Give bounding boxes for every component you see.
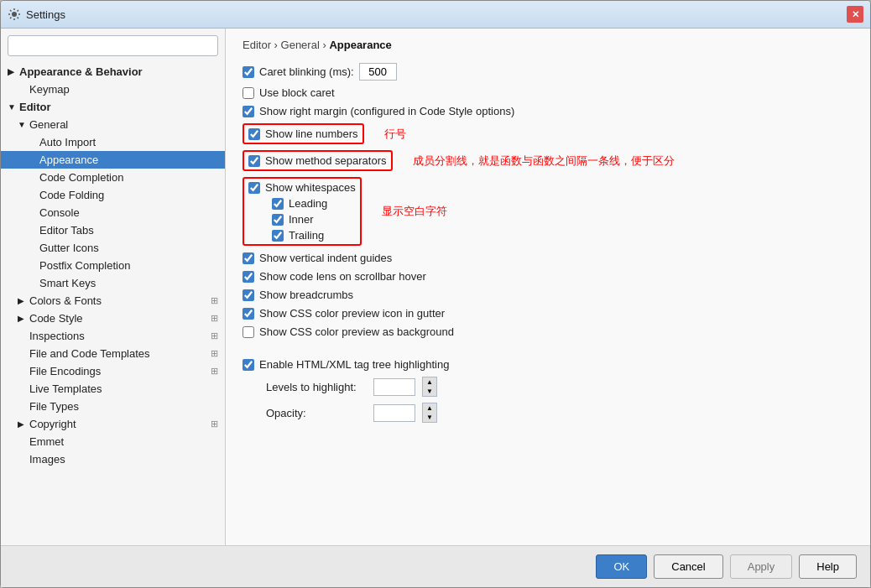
show-line-numbers-row: Show line numbers 行号 <box>243 123 853 144</box>
apply-button[interactable]: Apply <box>730 554 793 579</box>
sidebar-item-general[interactable]: ▼ General <box>1 116 225 133</box>
opacity-up-button[interactable]: ▲ <box>423 403 436 413</box>
caret-blinking-row: Caret blinking (ms): 500 <box>243 63 853 81</box>
window-title: Settings <box>26 8 65 21</box>
main-panel: Editor › General › Appearance Caret blin… <box>226 29 870 545</box>
opacity-down-button[interactable]: ▼ <box>423 413 436 422</box>
ext-icon: ⊞ <box>211 366 218 377</box>
ext-icon: ⊞ <box>211 313 218 324</box>
method-sep-outlined: Show method separators <box>243 150 393 171</box>
ok-button[interactable]: OK <box>596 554 647 579</box>
leading-label: Leading <box>289 197 327 210</box>
sidebar-item-editor-tabs[interactable]: Editor Tabs <box>1 221 225 239</box>
title-bar-left: Settings <box>8 8 65 21</box>
show-code-lens-checkbox[interactable] <box>243 271 254 283</box>
show-vertical-indent-checkbox[interactable] <box>243 252 254 264</box>
sidebar-item-keymap[interactable]: Keymap <box>1 81 225 98</box>
enable-html-tag-row: Enable HTML/XML tag tree highlighting <box>243 358 853 371</box>
sidebar-item-console[interactable]: Console <box>1 204 225 221</box>
sidebar-item-colors-fonts[interactable]: ▶ Colors & Fonts ⊞ <box>1 292 225 310</box>
title-bar: Settings ✕ <box>1 1 870 29</box>
sidebar-item-copyright[interactable]: ▶ Copyright ⊞ <box>1 415 225 433</box>
show-css-color-bg-label: Show CSS color preview as background <box>259 325 454 338</box>
arrow-icon: ▶ <box>18 314 26 323</box>
arrow-icon: ▶ <box>18 419 26 429</box>
opacity-label: Opacity: <box>266 407 367 419</box>
show-method-separators-label: Show method separators <box>265 154 387 167</box>
sidebar-item-gutter-icons[interactable]: Gutter Icons <box>1 239 225 257</box>
show-right-margin-checkbox[interactable] <box>243 106 254 117</box>
show-css-color-bg-checkbox[interactable] <box>243 326 254 338</box>
sidebar-label: Images <box>29 453 65 466</box>
sidebar-item-live-templates[interactable]: Live Templates <box>1 380 225 398</box>
sidebar-label: Console <box>39 206 80 219</box>
sidebar-item-images[interactable]: Images <box>1 450 225 468</box>
sidebar-item-auto-import[interactable]: Auto Import <box>1 133 225 151</box>
levels-row: Levels to highlight: 6 ▲ ▼ <box>243 377 853 397</box>
help-button[interactable]: Help <box>799 554 857 579</box>
breadcrumb-general: General <box>281 39 320 51</box>
sidebar-item-file-types[interactable]: File Types <box>1 398 225 415</box>
levels-label: Levels to highlight: <box>266 381 367 393</box>
use-block-caret-label: Use block caret <box>259 86 335 99</box>
opacity-row: Opacity: 0.1 ▲ ▼ <box>243 403 853 423</box>
sidebar-item-code-style[interactable]: ▶ Code Style ⊞ <box>1 310 225 327</box>
sidebar-item-emmet[interactable]: Emmet <box>1 433 225 450</box>
use-block-caret-checkbox[interactable] <box>243 87 254 99</box>
sidebar-item-file-code-templates[interactable]: File and Code Templates ⊞ <box>1 345 225 362</box>
arrow-icon: ▼ <box>8 102 16 112</box>
sidebar-label: File Types <box>29 400 79 413</box>
show-vertical-indent-label: Show vertical indent guides <box>259 252 392 264</box>
leading-check-row: Leading <box>248 197 356 210</box>
sidebar-item-inspections[interactable]: Inspections ⊞ <box>1 327 225 345</box>
show-right-margin-label: Show right margin (configured in Code St… <box>259 105 514 117</box>
levels-up-button[interactable]: ▲ <box>423 377 436 387</box>
sidebar-label: File Encodings <box>29 365 101 377</box>
search-input[interactable] <box>8 35 218 56</box>
trailing-checkbox[interactable] <box>272 230 284 242</box>
levels-input[interactable]: 6 <box>373 378 415 396</box>
whitespaces-outlined: Show whitespaces Leading Inner <box>243 177 362 246</box>
sidebar-item-file-encodings[interactable]: File Encodings ⊞ <box>1 362 225 380</box>
ext-icon: ⊞ <box>211 419 218 429</box>
show-line-numbers-checkbox[interactable] <box>248 128 260 140</box>
show-vertical-indent-row: Show vertical indent guides <box>243 252 853 264</box>
sidebar-label: Editor <box>19 101 51 113</box>
inner-checkbox[interactable] <box>272 214 284 226</box>
levels-down-button[interactable]: ▼ <box>423 387 436 396</box>
sidebar-label: Live Templates <box>29 382 102 395</box>
sidebar-item-postfix-completion[interactable]: Postfix Completion <box>1 257 225 274</box>
show-breadcrumbs-checkbox[interactable] <box>243 289 254 301</box>
opacity-input[interactable]: 0.1 <box>373 404 415 422</box>
show-code-lens-row: Show code lens on scrollbar hover <box>243 270 853 283</box>
show-method-separators-checkbox[interactable] <box>248 155 260 167</box>
show-whitespaces-checkbox[interactable] <box>248 182 260 194</box>
cancel-button[interactable]: Cancel <box>654 554 722 579</box>
svg-point-0 <box>12 12 17 17</box>
sidebar-label: Copyright <box>29 418 76 430</box>
sidebar-item-code-folding[interactable]: Code Folding <box>1 186 225 204</box>
sidebar-item-code-completion[interactable]: Code Completion <box>1 169 225 186</box>
show-method-sep-check-row: Show method separators <box>248 154 387 167</box>
settings-window: Settings ✕ ▶ Appearance & Behavior Keyma… <box>0 0 871 588</box>
show-breadcrumbs-row: Show breadcrumbs <box>243 289 853 301</box>
sidebar-item-appearance[interactable]: Appearance <box>1 151 225 169</box>
sidebar-label: Appearance & Behavior <box>19 65 143 78</box>
sidebar-label: Smart Keys <box>39 277 96 289</box>
sidebar: ▶ Appearance & Behavior Keymap ▼ Editor … <box>1 29 226 545</box>
close-button[interactable]: ✕ <box>847 6 863 23</box>
caret-blinking-input[interactable]: 500 <box>359 63 397 81</box>
content-area: ▶ Appearance & Behavior Keymap ▼ Editor … <box>1 29 870 545</box>
method-sep-annotation: 成员分割线，就是函数与函数之间隔一条线，便于区分 <box>413 154 675 169</box>
inner-check-row: Inner <box>248 213 356 226</box>
show-css-color-icon-checkbox[interactable] <box>243 308 254 320</box>
enable-html-tag-checkbox[interactable] <box>243 359 254 371</box>
caret-blinking-checkbox[interactable] <box>243 66 254 78</box>
show-whitespaces-check-row: Show whitespaces <box>248 181 356 194</box>
sidebar-item-appearance-behavior[interactable]: ▶ Appearance & Behavior <box>1 63 225 81</box>
leading-checkbox[interactable] <box>272 198 284 210</box>
sidebar-item-editor[interactable]: ▼ Editor <box>1 98 225 116</box>
show-whitespaces-row: Show whitespaces Leading Inner <box>243 177 853 246</box>
sidebar-label: Inspections <box>29 330 85 342</box>
sidebar-item-smart-keys[interactable]: Smart Keys <box>1 274 225 292</box>
